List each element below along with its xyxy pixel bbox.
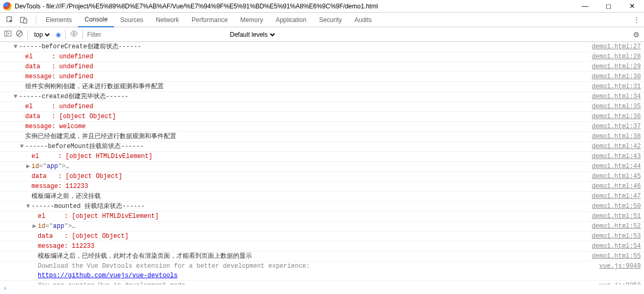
console-row[interactable]: 组件实例刚刚创建，还未进行数据观测和事件配置demo1.html:31 xyxy=(0,82,644,92)
console-row[interactable]: el : [object HTMLDivElement]demo1.html:5… xyxy=(0,212,644,222)
log-message: data : [object Object] xyxy=(31,172,122,181)
console-row[interactable]: 实例已经创建完成，并且已经进行数据观测和事件配置demo1.html:38 xyxy=(0,132,644,142)
log-source-link[interactable]: demo1.html:29 xyxy=(586,62,641,71)
inspect-icon[interactable] xyxy=(5,15,15,25)
svg-point-8 xyxy=(73,33,75,35)
console-output[interactable]: ▼------beforeCreate创建前状态------demo1.html… xyxy=(0,42,644,285)
console-row[interactable]: ▼------created创建完毕状态------demo1.html:34 xyxy=(0,92,644,102)
expand-arrow-icon[interactable]: ▼ xyxy=(14,92,19,101)
console-row[interactable]: message: 112233demo1.html:46 xyxy=(0,182,644,192)
log-source-link[interactable]: demo1.html:44 xyxy=(586,162,641,171)
expand-arrow-icon[interactable]: ▼ xyxy=(20,142,25,151)
log-source-link[interactable]: demo1.html:28 xyxy=(586,52,641,61)
log-source-link[interactable]: demo1.html:27 xyxy=(586,42,641,51)
console-row[interactable]: message: undefineddemo1.html:30 xyxy=(0,72,644,82)
log-source-link[interactable]: demo1.html:35 xyxy=(586,102,641,111)
log-message: message: 112233 xyxy=(38,242,94,251)
context-select[interactable]: top xyxy=(32,30,51,39)
tab-elements[interactable]: Elements xyxy=(39,13,78,27)
console-prompt[interactable]: › xyxy=(0,285,644,294)
console-row[interactable]: 模板编译之后，已经挂载，此时才会有渲染页面，才能看到页面上数据的显示demo1.… xyxy=(0,251,644,261)
clear-console-icon[interactable] xyxy=(16,30,23,39)
devtools-tabs: Elements Console Sources Network Perform… xyxy=(0,13,644,27)
tab-network[interactable]: Network xyxy=(150,13,185,27)
console-row[interactable]: ▼------beforeMount挂载前状态------demo1.html:… xyxy=(0,142,644,152)
console-row[interactable]: ▼------beforeCreate创建前状态------demo1.html… xyxy=(0,42,644,52)
filter-input[interactable] xyxy=(87,31,224,38)
log-source-link[interactable]: demo1.html:34 xyxy=(586,92,641,101)
log-message: data : [object Object] xyxy=(38,232,129,241)
log-message: message: welcome xyxy=(25,122,86,131)
console-row[interactable]: data : [object Object]demo1.html:53 xyxy=(0,232,644,242)
levels-select[interactable]: Default levels xyxy=(228,30,277,39)
log-message: 实例已经创建完成，并且已经进行数据观测和事件配置 xyxy=(25,132,176,141)
console-row[interactable]: el : [object HTMLDivElement]demo1.html:4… xyxy=(0,152,644,162)
log-source-link[interactable]: vue.js:9058 xyxy=(594,281,641,285)
log-source-link[interactable]: demo1.html:30 xyxy=(586,72,641,81)
log-source-link[interactable]: demo1.html:38 xyxy=(586,132,641,141)
log-source-link[interactable]: demo1.html:46 xyxy=(586,182,641,191)
console-row[interactable]: message: welcomedemo1.html:37 xyxy=(0,122,644,132)
tab-memory[interactable]: Memory xyxy=(234,13,269,27)
log-source-link[interactable]: demo1.html:42 xyxy=(586,142,641,151)
log-message: ------created创建完毕状态------ xyxy=(19,92,129,101)
device-icon[interactable] xyxy=(19,15,28,25)
log-message: ------beforeCreate创建前状态------ xyxy=(19,42,141,51)
svg-rect-2 xyxy=(24,19,27,23)
more-icon[interactable]: ⋮ xyxy=(629,16,644,24)
log-message: id="app">… xyxy=(31,162,69,171)
log-source-link[interactable]: demo1.html:31 xyxy=(586,82,641,91)
log-source-link[interactable]: vue.js:9049 xyxy=(594,261,641,271)
eye-icon[interactable] xyxy=(70,30,78,38)
tab-application[interactable]: Application xyxy=(269,13,313,27)
console-row[interactable]: 模板编译之前，还没挂载demo1.html:47 xyxy=(0,192,644,202)
expand-arrow-icon[interactable]: ▼ xyxy=(14,42,19,51)
console-row[interactable]: data : undefineddemo1.html:29 xyxy=(0,62,644,72)
separator xyxy=(36,15,36,25)
expand-arrow-icon[interactable]: ▶ xyxy=(33,222,38,231)
expand-arrow-icon[interactable]: ▼ xyxy=(26,202,31,211)
log-source-link[interactable]: demo1.html:47 xyxy=(586,192,641,201)
log-message: message: 112233 xyxy=(31,182,88,191)
separator xyxy=(65,30,66,39)
chrome-icon xyxy=(3,2,12,10)
log-source-link[interactable]: demo1.html:52 xyxy=(586,222,641,231)
expand-arrow-icon[interactable]: ▶ xyxy=(26,162,31,171)
console-row[interactable]: You are running Vue in development mode.… xyxy=(0,281,644,285)
log-source-link[interactable]: demo1.html:55 xyxy=(586,251,641,261)
log-message: id="app">… xyxy=(38,222,76,231)
console-row[interactable]: ▼------mounted 挂载结束状态------demo1.html:50 xyxy=(0,202,644,212)
tab-console[interactable]: Console xyxy=(78,13,114,27)
log-source-link[interactable]: demo1.html:45 xyxy=(586,172,641,181)
console-row[interactable]: data : [object Object]demo1.html:45 xyxy=(0,172,644,182)
log-message: el : [object HTMLDivElement] xyxy=(38,212,159,221)
minimize-button[interactable]: — xyxy=(573,0,597,13)
console-row[interactable]: el : undefineddemo1.html:28 xyxy=(0,52,644,62)
log-source-link[interactable]: demo1.html:36 xyxy=(586,112,641,121)
console-row[interactable]: Download the Vue Devtools extension for … xyxy=(0,261,644,281)
sidebar-toggle-icon[interactable] xyxy=(4,30,12,39)
console-row[interactable]: el : undefineddemo1.html:35 xyxy=(0,102,644,112)
window-titlebar: DevTools - file:///F:/Project/%E5%89%8D%… xyxy=(0,0,644,13)
console-row[interactable]: message: 112233demo1.html:54 xyxy=(0,242,644,251)
info-icon[interactable]: ◉ xyxy=(56,31,61,38)
log-source-link[interactable]: demo1.html:50 xyxy=(586,202,641,211)
log-source-link[interactable]: demo1.html:53 xyxy=(586,232,641,241)
console-toolbar: top ◉ Default levels ⚙ xyxy=(0,27,644,42)
log-source-link[interactable]: demo1.html:51 xyxy=(586,212,641,221)
log-source-link[interactable]: demo1.html:54 xyxy=(586,242,641,251)
gear-icon[interactable]: ⚙ xyxy=(633,30,640,39)
tab-audits[interactable]: Audits xyxy=(348,13,378,27)
maximize-button[interactable]: ◻ xyxy=(597,0,620,13)
console-row[interactable]: ▶id="app">…demo1.html:44 xyxy=(0,162,644,172)
console-row[interactable]: data : [object Object]demo1.html:36 xyxy=(0,112,644,122)
log-source-link[interactable]: demo1.html:43 xyxy=(586,152,641,161)
tab-security[interactable]: Security xyxy=(313,13,348,27)
tab-performance[interactable]: Performance xyxy=(185,13,234,27)
close-button[interactable]: ✕ xyxy=(620,0,644,13)
log-message: You are running Vue in development mode.… xyxy=(38,281,291,285)
log-message: Download the Vue Devtools extension for … xyxy=(38,261,310,280)
tab-sources[interactable]: Sources xyxy=(114,13,150,27)
log-source-link[interactable]: demo1.html:37 xyxy=(586,122,641,131)
console-row[interactable]: ▶id="app">…demo1.html:52 xyxy=(0,222,644,232)
